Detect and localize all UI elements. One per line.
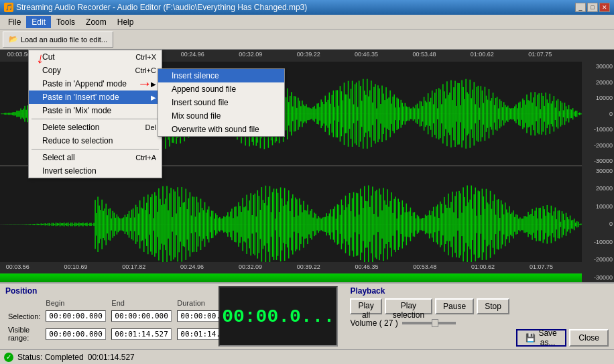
svg-rect-401 xyxy=(540,109,541,118)
svg-rect-763 xyxy=(445,204,446,244)
svg-rect-784 xyxy=(474,194,475,254)
svg-rect-484 xyxy=(68,222,69,226)
menu-help[interactable]: Help xyxy=(112,16,139,28)
svg-rect-224 xyxy=(300,106,302,121)
svg-rect-740 xyxy=(414,212,416,237)
menu-tools[interactable]: Tools xyxy=(51,16,80,28)
svg-rect-773 xyxy=(458,190,460,257)
submenu-panel[interactable]: Insert silence Append sound file Insert … xyxy=(158,68,285,137)
svg-rect-427 xyxy=(575,111,576,117)
svg-rect-221 xyxy=(296,108,298,120)
window-title: Streaming Audio Recorder - Audio Editor … xyxy=(16,3,307,12)
svg-rect-285 xyxy=(383,94,384,134)
svg-rect-550 xyxy=(157,211,158,237)
svg-rect-706 xyxy=(368,185,369,263)
submenu-insert-silence[interactable]: Insert silence xyxy=(158,69,284,82)
menu-cut[interactable]: Cut Ctrl+X xyxy=(29,50,162,64)
separator-1 xyxy=(32,119,159,119)
svg-rect-710 xyxy=(373,213,375,235)
submenu-mix-sound[interactable]: Mix sound file xyxy=(158,109,284,123)
svg-rect-370 xyxy=(498,109,499,119)
play-selection-button[interactable]: Play selection xyxy=(385,298,432,314)
menu-edit[interactable]: Edit xyxy=(26,16,51,28)
play-all-button[interactable]: Play all xyxy=(350,298,381,314)
svg-rect-576 xyxy=(192,196,194,252)
svg-rect-505 xyxy=(96,213,97,235)
svg-rect-762 xyxy=(444,196,445,251)
minimize-button[interactable]: _ xyxy=(575,3,586,12)
submenu-overwrite-sound[interactable]: Overwrite with sound file xyxy=(158,123,284,136)
menu-paste-mix[interactable]: Paste in 'Mix' mode xyxy=(29,104,162,117)
svg-rect-581 xyxy=(199,213,200,236)
svg-rect-688 xyxy=(344,210,345,239)
svg-rect-826 xyxy=(530,213,532,235)
svg-rect-500 xyxy=(89,223,90,225)
svg-rect-741 xyxy=(416,218,417,230)
svg-rect-416 xyxy=(560,101,562,127)
svg-rect-464 xyxy=(41,223,42,225)
svg-rect-481 xyxy=(64,222,65,226)
menu-copy[interactable]: Copy Ctrl+C xyxy=(29,64,162,77)
svg-rect-478 xyxy=(60,222,61,226)
volume-slider[interactable] xyxy=(402,322,456,324)
svg-rect-356 xyxy=(479,108,481,120)
svg-rect-344 xyxy=(463,87,464,141)
svg-rect-287 xyxy=(385,87,387,140)
menu-reduce-selection[interactable]: Reduce to selection xyxy=(29,134,162,147)
svg-rect-782 xyxy=(471,185,472,263)
menu-zoom[interactable]: Zoom xyxy=(80,16,112,28)
menu-paste-insert[interactable]: Paste in 'Insert' mode ▶ xyxy=(29,90,162,104)
volume-thumb[interactable] xyxy=(432,319,438,327)
maximize-button[interactable]: □ xyxy=(587,3,598,12)
svg-rect-736 xyxy=(409,211,410,237)
svg-rect-585 xyxy=(204,202,206,247)
svg-rect-747 xyxy=(424,218,425,231)
close-button[interactable]: ✕ xyxy=(599,3,610,12)
close-button[interactable]: Close xyxy=(569,329,609,347)
svg-rect-542 xyxy=(146,202,147,245)
menu-delete-selection[interactable]: Delete selection Del xyxy=(29,121,162,134)
menu-invert-selection[interactable]: Invert selection xyxy=(29,164,162,178)
load-file-button[interactable]: 📂 Load an audio file to edit... xyxy=(3,32,113,48)
svg-rect-627 xyxy=(261,187,263,261)
svg-rect-798 xyxy=(493,200,494,247)
svg-rect-409 xyxy=(551,103,552,124)
pause-button[interactable]: Pause xyxy=(435,298,474,314)
svg-rect-657 xyxy=(302,212,303,236)
svg-rect-695 xyxy=(353,192,355,256)
svg-rect-375 xyxy=(505,105,506,123)
svg-rect-378 xyxy=(509,108,510,120)
svg-rect-766 xyxy=(449,207,450,241)
menu-select-all[interactable]: Select all Ctrl+A xyxy=(29,151,162,164)
svg-rect-769 xyxy=(453,212,454,236)
stop-button[interactable]: Stop xyxy=(477,298,509,314)
svg-rect-454 xyxy=(27,224,28,225)
svg-rect-425 xyxy=(572,108,574,119)
svg-rect-825 xyxy=(529,215,530,234)
svg-rect-239 xyxy=(320,99,322,128)
svg-rect-353 xyxy=(475,104,477,123)
svg-rect-700 xyxy=(360,188,361,260)
svg-rect-220 xyxy=(295,97,296,131)
menu-file[interactable]: File xyxy=(3,16,26,28)
svg-rect-222 xyxy=(298,98,299,130)
edit-menu-dropdown[interactable]: Cut Ctrl+X Copy Ctrl+C Paste in 'Append'… xyxy=(28,50,162,178)
menu-paste-append[interactable]: Paste in 'Append' mode ▶ xyxy=(29,77,162,90)
svg-rect-819 xyxy=(521,219,522,230)
svg-rect-17 xyxy=(20,109,21,119)
svg-rect-743 xyxy=(418,216,420,232)
svg-rect-499 xyxy=(88,223,89,225)
svg-rect-746 xyxy=(422,218,424,231)
svg-rect-402 xyxy=(541,93,542,135)
svg-rect-526 xyxy=(125,215,126,233)
svg-rect-809 xyxy=(507,213,509,236)
submenu-insert-sound[interactable]: Insert sound file xyxy=(158,96,284,109)
svg-rect-626 xyxy=(260,209,261,239)
submenu-append-sound[interactable]: Append sound file xyxy=(158,82,284,96)
save-as-button[interactable]: 💾 Save as... xyxy=(516,329,566,347)
svg-rect-614 xyxy=(243,207,245,241)
svg-rect-273 xyxy=(367,79,368,149)
svg-rect-605 xyxy=(231,208,233,240)
svg-rect-697 xyxy=(356,192,357,255)
svg-rect-556 xyxy=(165,198,166,250)
